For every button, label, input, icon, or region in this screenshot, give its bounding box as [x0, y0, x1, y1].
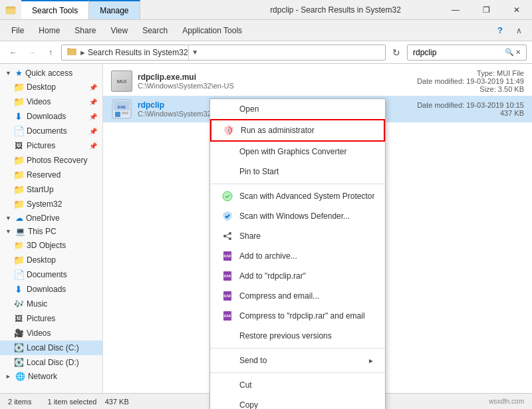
sidebar-item-desktop[interactable]: 📁 Desktop 📌 [0, 80, 102, 94]
sidebar-quick-access-header[interactable]: ▼ ★ Quick access [0, 67, 102, 80]
ribbon-home[interactable]: Home [33, 23, 66, 39]
ctx-separator-2 [210, 348, 385, 348]
ctx-share-label: Share [239, 231, 261, 241]
ctx-pin-to-start[interactable]: Pin to Start [210, 162, 385, 182]
ctx-open-graphics-label: Open with Graphics Converter [239, 147, 346, 156]
folder-icon: 📁 [13, 184, 24, 195]
sidebar-network[interactable]: ► 🌐 Network [0, 370, 102, 383]
sidebar-item-pictures[interactable]: 🖼 Pictures 📌 [0, 138, 102, 153]
quick-access-expand-icon: ▼ [5, 70, 11, 76]
ctx-cut-label: Cut [239, 380, 252, 390]
ctx-copy[interactable]: Copy [210, 395, 385, 409]
ctx-compress-rdpclip-email[interactable]: RAR Compress to "rdpclip.rar" and email [210, 306, 385, 326]
tab-manage[interactable]: Manage [89, 0, 140, 19]
ribbon-help-button[interactable]: ? [492, 23, 508, 39]
sidebar-item-local-d[interactable]: 💽 Local Disc (D:) [0, 355, 102, 370]
folder-icon: 📄 [13, 269, 24, 280]
folder-icon: 📁 [13, 255, 24, 265]
pin-icon: 📌 [89, 84, 97, 91]
ctx-compress-email-label: Compress and email... [239, 291, 319, 301]
ctx-open-with-graphics[interactable]: Open with Graphics Converter [210, 142, 385, 162]
sidebar-item-local-c[interactable]: 💽 Local Disc (C:) [0, 341, 102, 355]
folder-icon: 🎶 [13, 299, 24, 309]
folder-icon: 🖼 [13, 313, 24, 324]
ctx-add-archive-label: Add to archive... [239, 251, 297, 261]
sidebar-item-downloads[interactable]: ⬇ Downloads 📌 [0, 109, 102, 124]
onedrive-expand-icon: ▼ [5, 215, 11, 221]
title-bar: Search Tools Manage rdpclip - Search Res… [0, 0, 532, 20]
file-date-rdpclip: Date modified: 19-03-2019 10:15 [417, 101, 524, 109]
address-path-field[interactable]: ► Search Results in System32 ▼ [61, 45, 386, 61]
address-path-text: Search Results in System32 [88, 48, 188, 57]
submenu-arrow-icon: ► [368, 357, 374, 364]
thispc-label: This PC [28, 227, 57, 236]
address-dropdown-arrow[interactable]: ▼ [188, 45, 201, 61]
window-title: rdpclip - Search Results in System32 [231, 0, 440, 20]
sidebar-thispc[interactable]: ▼ 💻 This PC [0, 225, 102, 238]
forward-button[interactable]: → [24, 45, 40, 61]
sidebar-item-documents[interactable]: 📄 Documents 📌 [0, 124, 102, 138]
search-input[interactable] [413, 48, 505, 57]
ctx-restore-label: Restore previous versions [239, 331, 332, 341]
maximize-button[interactable]: ❐ [471, 0, 501, 20]
svg-text:EXE: EXE [118, 105, 126, 109]
ctx-compress-rdpclip-email-label: Compress to "rdpclip.rar" and email [239, 311, 365, 321]
search-box[interactable]: 🔍 ✕ [407, 45, 527, 61]
sidebar-item-downloads-pc[interactable]: ⬇ Downloads [0, 282, 102, 297]
onedrive-icon: ☁ [15, 213, 23, 223]
svg-text:!: ! [228, 128, 229, 133]
sidebar-item-documents-pc[interactable]: 📄 Documents [0, 267, 102, 282]
ctx-share[interactable]: Share [210, 226, 385, 246]
svg-text:RAR: RAR [224, 294, 231, 298]
ribbon-search[interactable]: Search [136, 23, 174, 39]
sidebar-item-photos-recovery[interactable]: 📁 Photos Recovery [0, 153, 102, 168]
graphics-icon [221, 145, 234, 158]
ctx-scan-asp-label: Scan with Advanced System Protector [239, 192, 374, 201]
ribbon-collapse-button[interactable]: ∧ [511, 23, 527, 39]
search-clear-icon[interactable]: ✕ [515, 49, 521, 56]
sidebar: ▼ ★ Quick access 📁 Desktop 📌 📁 Videos 📌 … [0, 64, 103, 393]
sidebar-item-music[interactable]: 🎶 Music [0, 297, 102, 311]
ribbon-view[interactable]: View [104, 23, 134, 39]
sidebar-item-videos-pc[interactable]: 🎥 Videos [0, 326, 102, 341]
explorer-icon [5, 5, 16, 15]
rar-icon-3: RAR [221, 289, 234, 303]
file-row-mui[interactable]: MUI rdpclip.exe.mui C:\Windows\System32\… [103, 67, 532, 96]
ribbon-share[interactable]: Share [68, 23, 102, 39]
sidebar-label-downloads-pc: Downloads [27, 285, 66, 294]
ctx-restore-previous[interactable]: Restore previous versions [210, 326, 385, 346]
svg-text:RAR: RAR [224, 314, 231, 318]
refresh-button[interactable]: ↻ [388, 45, 404, 61]
ctx-send-to[interactable]: Send to ► [210, 350, 385, 370]
tab-search-tools[interactable]: Search Tools [21, 0, 89, 19]
sidebar-item-system32[interactable]: 📁 System32 [0, 197, 102, 211]
sidebar-item-reserved[interactable]: 📁 Reserved [0, 168, 102, 182]
folder-icon: ⬇ [13, 111, 24, 122]
ctx-scan-defender[interactable]: Scan with Windows Defender... [210, 206, 385, 226]
back-button[interactable]: ← [5, 45, 21, 61]
sidebar-label-documents-pc: Documents [27, 270, 67, 279]
sidebar-item-pictures-pc[interactable]: 🖼 Pictures [0, 311, 102, 326]
folder-icon: 📁 [13, 96, 24, 107]
quick-access-label: Quick access [25, 68, 72, 78]
ctx-run-as-admin[interactable]: ! Run as administrator [210, 119, 385, 142]
sidebar-item-desktop-pc[interactable]: 📁 Desktop [0, 253, 102, 267]
ctx-separator-3 [210, 372, 385, 373]
close-button[interactable]: ✕ [501, 0, 532, 20]
ribbon-application-tools[interactable]: Application Tools [176, 23, 248, 39]
ctx-add-to-rdpclip-rar[interactable]: RAR Add to "rdpclip.rar" [210, 266, 385, 286]
ctx-cut[interactable]: Cut [210, 375, 385, 395]
cut-icon [221, 378, 234, 392]
minimize-button[interactable]: — [440, 0, 471, 20]
sidebar-onedrive[interactable]: ▼ ☁ OneDrive [0, 211, 102, 225]
sidebar-item-startup[interactable]: 📁 StartUp [0, 182, 102, 197]
up-button[interactable]: ↑ [43, 45, 59, 61]
ctx-compress-email[interactable]: RAR Compress and email... [210, 286, 385, 306]
ctx-scan-asp[interactable]: Scan with Advanced System Protector [210, 186, 385, 206]
file-info-mui: rdpclip.exe.mui C:\Windows\System32\en-U… [138, 72, 412, 90]
sidebar-item-videos[interactable]: 📁 Videos 📌 [0, 94, 102, 109]
sidebar-item-3d-objects[interactable]: 📁 3D Objects [0, 238, 102, 253]
ctx-open[interactable]: Open [210, 99, 385, 119]
ctx-add-to-archive[interactable]: RAR Add to archive... [210, 246, 385, 266]
ribbon-file[interactable]: File [5, 23, 30, 39]
